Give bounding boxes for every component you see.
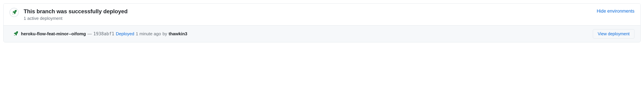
view-deployment-button[interactable]: View deployment xyxy=(593,29,634,39)
rocket-icon xyxy=(12,10,16,15)
deployed-status-link[interactable]: Deployed xyxy=(116,31,134,36)
rocket-icon-circle xyxy=(10,8,18,17)
deployment-detail-text: heroku-flow-feat-minor--oifomg — 1938abf… xyxy=(21,31,593,36)
deployment-header: This branch was successfully deployed 1 … xyxy=(4,4,640,25)
commit-sha[interactable]: 1938abf1 xyxy=(93,31,114,36)
deployment-detail-row: heroku-flow-feat-minor--oifomg — 1938abf… xyxy=(4,25,640,42)
separator: — xyxy=(88,31,92,36)
hide-environments-link[interactable]: Hide environments xyxy=(597,8,634,14)
deployer-username[interactable]: thawkin3 xyxy=(169,31,187,36)
app-name[interactable]: heroku-flow-feat-minor--oifomg xyxy=(21,31,86,36)
deployment-panel: This branch was successfully deployed 1 … xyxy=(3,3,641,42)
deployment-title: This branch was successfully deployed xyxy=(24,8,597,15)
by-label: by xyxy=(162,31,167,36)
time-ago: 1 minute ago xyxy=(136,31,161,36)
rocket-icon xyxy=(13,31,18,36)
deployment-subtitle: 1 active deployment xyxy=(24,16,597,21)
header-text-block: This branch was successfully deployed 1 … xyxy=(24,8,597,21)
